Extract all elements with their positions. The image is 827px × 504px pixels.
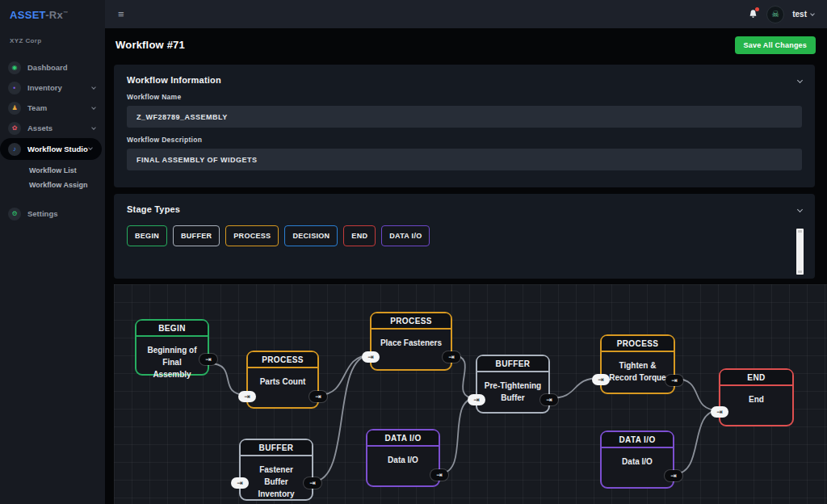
node-label: Pre-Tightening Buffer — [477, 372, 548, 404]
node-type-label: PROCESS — [248, 352, 317, 368]
panel-title: Workflow Information — [127, 75, 221, 85]
node-label: Tighten & Record Torque — [602, 352, 674, 384]
node-buffer-pre-tightening[interactable]: BUFFER Pre-Tightening Buffer ⇥ ⇥ — [476, 355, 550, 414]
node-begin[interactable]: BEGIN Beginning of Final Assembly ⇥ — [135, 319, 209, 376]
node-end[interactable]: END End ⇥ — [719, 368, 794, 426]
sidebar-item-label: Dashboard — [27, 63, 68, 72]
sidebar-item-team[interactable]: ♟ Team — [0, 98, 105, 118]
input-port-icon[interactable]: ⇥ — [468, 394, 485, 405]
node-process-place-fasteners[interactable]: PROCESS Place Fasteners ⇥ ⇥ — [370, 312, 452, 371]
node-buffer-fastener-inventory[interactable]: BUFFER Fastener Buffer Inventory ⇥ ⇥ — [239, 439, 313, 501]
save-all-changes-button[interactable]: Save All Changes — [735, 36, 816, 54]
node-type-label: PROCESS — [372, 313, 451, 330]
main-content: Workflow #71 Save All Changes Workflow I… — [105, 28, 827, 504]
node-type-label: BUFFER — [477, 356, 548, 372]
assets-icon: ✿ — [8, 122, 21, 135]
app-logo[interactable]: ASSET-Rx™ — [0, 0, 105, 23]
node-label: Data I/O — [602, 448, 673, 468]
node-process-tighten-record-torque[interactable]: PROCESS Tighten & Record Torque ⇥ ⇥ — [600, 334, 675, 394]
dashboard-icon: ◉ — [8, 61, 21, 74]
logo-secondary: -Rx — [45, 9, 63, 21]
node-type-label: PROCESS — [602, 336, 674, 352]
workflow-studio-submenu: Workflow List Workflow Assign — [0, 163, 105, 192]
sidebar-item-label: Assets — [27, 124, 52, 132]
notifications-bell-icon[interactable] — [748, 9, 758, 20]
collapse-chevron-icon[interactable] — [797, 206, 803, 212]
topbar: ≡ ☠ test — [105, 0, 827, 28]
stage-type-process[interactable]: PROCESS — [225, 225, 279, 246]
workflow-information-panel: Workflow Information Workflow Name Workf… — [114, 65, 815, 187]
node-label: Beginning of Final Assembly — [136, 337, 208, 380]
output-port-icon[interactable]: ⇥ — [199, 354, 217, 365]
workflow-studio-icon: ♪ — [8, 143, 21, 156]
output-port-icon[interactable]: ⇥ — [309, 391, 327, 402]
user-avatar[interactable]: ☠ — [766, 6, 784, 23]
panel-title: Stage Types — [127, 204, 180, 214]
output-port-icon[interactable]: ⇥ — [443, 351, 460, 363]
sidebar-nav: ◉ Dashboard ▪ Inventory ♟ Team ✿ Assets … — [0, 57, 105, 224]
sidebar-item-dashboard[interactable]: ◉ Dashboard — [0, 57, 105, 78]
output-port-icon[interactable]: ⇥ — [540, 394, 558, 405]
settings-gear-icon: ⚙ — [8, 208, 21, 220]
output-port-icon[interactable]: ⇥ — [430, 469, 448, 481]
notification-badge — [755, 7, 759, 11]
vertical-scrollbar[interactable] — [796, 229, 804, 275]
node-label: Data I/O — [367, 447, 439, 466]
sidebar-item-settings[interactable]: ⚙ Settings — [0, 204, 105, 224]
sidebar-item-workflow-studio[interactable]: ♪ Workflow Studio — [0, 138, 102, 160]
workflow-name-label: Workflow Name — [127, 93, 802, 101]
sidebar-item-inventory[interactable]: ▪ Inventory — [0, 78, 105, 98]
stage-type-data-io[interactable]: DATA I/O — [381, 225, 430, 246]
input-port-icon[interactable]: ⇥ — [362, 351, 380, 363]
page-title: Workflow #71 — [115, 39, 185, 51]
stage-type-begin[interactable]: BEGIN — [127, 225, 167, 246]
stage-type-buttons: BEGIN BUFFER PROCESS DECISION END DATA I… — [114, 222, 815, 246]
workflow-description-input[interactable] — [127, 149, 802, 170]
sidebar-subitem-workflow-list[interactable]: Workflow List — [0, 163, 105, 178]
input-port-icon[interactable]: ⇥ — [592, 374, 610, 385]
input-port-icon[interactable]: ⇥ — [231, 477, 249, 489]
node-label: Parts Count — [248, 368, 317, 388]
node-process-parts-count[interactable]: PROCESS Parts Count ⇥ ⇥ — [246, 351, 319, 409]
sidebar-item-label: Inventory — [27, 83, 62, 92]
chevron-down-icon — [88, 145, 93, 150]
node-type-label: BUFFER — [241, 440, 312, 456]
chevron-down-icon — [810, 11, 815, 16]
chevron-down-icon — [91, 85, 96, 90]
sidebar-item-label: Team — [27, 103, 47, 112]
stage-type-decision[interactable]: DECISION — [284, 225, 338, 246]
output-port-icon[interactable]: ⇥ — [665, 470, 682, 481]
node-type-label: DATA I/O — [602, 432, 673, 448]
output-port-icon[interactable]: ⇥ — [665, 375, 683, 386]
input-port-icon[interactable]: ⇥ — [711, 406, 728, 418]
sidebar-item-label: Workflow Studio — [27, 145, 88, 153]
node-data-io-2[interactable]: DATA I/O Data I/O ⇥ — [600, 430, 674, 489]
hamburger-menu-icon[interactable]: ≡ — [118, 8, 124, 20]
chevron-down-icon — [91, 125, 96, 130]
sidebar: ASSET-Rx™ XYZ Corp ◉ Dashboard ▪ Invento… — [0, 0, 105, 504]
node-label: End — [720, 386, 792, 405]
username: test — [792, 10, 807, 19]
node-data-io-1[interactable]: DATA I/O Data I/O ⇥ — [366, 429, 440, 487]
workflow-name-input[interactable] — [127, 106, 802, 128]
stage-types-panel: Stage Types BEGIN BUFFER PROCESS DECISIO… — [114, 194, 815, 279]
logo-trademark: ™ — [63, 10, 68, 15]
node-type-label: DATA I/O — [367, 430, 439, 447]
stage-type-end[interactable]: END — [343, 225, 376, 246]
node-label: Place Fasteners — [372, 330, 451, 349]
stage-type-buffer[interactable]: BUFFER — [173, 225, 220, 246]
logo-primary: ASSET — [10, 9, 45, 21]
page-header: Workflow #71 Save All Changes — [105, 28, 827, 61]
collapse-chevron-icon[interactable] — [797, 77, 803, 82]
workflow-canvas[interactable]: BEGIN Beginning of Final Assembly ⇥ PROC… — [114, 284, 827, 504]
user-menu[interactable]: test — [792, 10, 814, 19]
node-type-label: BEGIN — [136, 321, 208, 337]
node-label: Fastener Buffer Inventory — [241, 456, 312, 500]
chevron-down-icon — [91, 105, 96, 110]
inventory-icon: ▪ — [8, 82, 21, 94]
org-name: XYZ Corp — [0, 23, 105, 44]
output-port-icon[interactable]: ⇥ — [304, 477, 321, 489]
sidebar-subitem-workflow-assign[interactable]: Workflow Assign — [0, 178, 105, 192]
input-port-icon[interactable]: ⇥ — [238, 391, 256, 402]
sidebar-item-assets[interactable]: ✿ Assets — [0, 118, 105, 138]
